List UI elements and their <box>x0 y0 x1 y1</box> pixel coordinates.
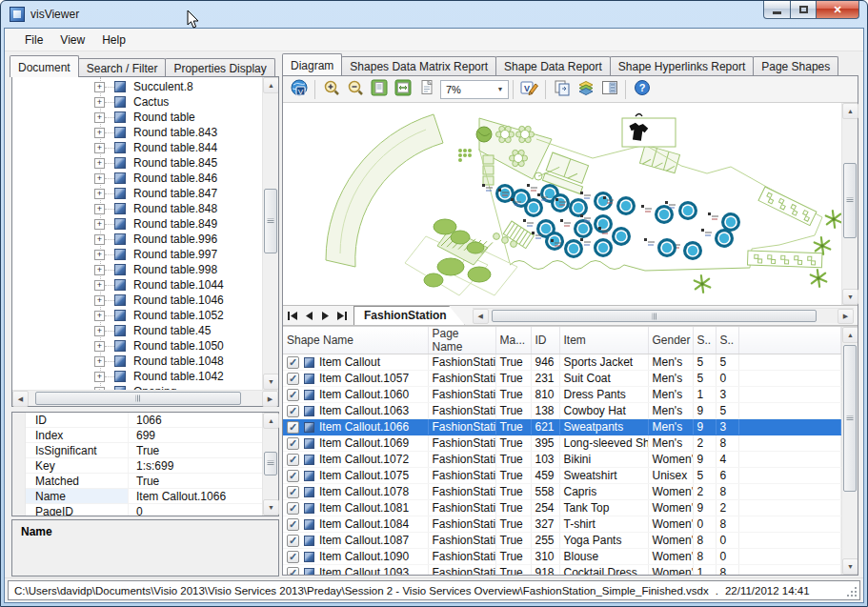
property-row[interactable]: IsSignificant True <box>26 443 262 458</box>
shape-info-panel-button[interactable] <box>597 78 621 100</box>
expand-icon[interactable]: + <box>94 82 105 92</box>
scroll-down-icon[interactable]: ▼ <box>842 558 858 575</box>
checkbox-checked-icon[interactable]: ✓ <box>287 567 299 576</box>
grid-row[interactable]: ✓ Item Callout.1084 FashionStationTrue 3… <box>283 516 841 533</box>
expand-icon[interactable]: + <box>94 311 105 321</box>
checkbox-checked-icon[interactable]: ✓ <box>287 421 299 434</box>
checkbox-checked-icon[interactable]: ✓ <box>287 454 299 466</box>
grid-row[interactable]: ✓ Item Callout.1060 FashionStationTrue 8… <box>283 387 841 403</box>
tree-item[interactable]: + Round table.1046 <box>12 293 262 308</box>
scroll-left-icon[interactable]: ◀ <box>12 391 29 407</box>
tree-item[interactable]: + Round table.843 <box>12 125 262 140</box>
tree-item[interactable]: + Cactus <box>12 94 262 110</box>
property-row[interactable]: ID 1066 <box>26 413 262 428</box>
checkbox-checked-icon[interactable]: ✓ <box>287 502 299 515</box>
tree-item[interactable]: + Round table.844 <box>12 140 262 155</box>
menu-file[interactable]: File <box>16 30 51 50</box>
tab-shape-hyperlinks-report[interactable]: Shape Hyperlinks Report <box>610 56 754 75</box>
zoom-in-button[interactable] <box>319 78 343 100</box>
grid-row[interactable]: ✓ Item Callout.1063 FashionStationTrue 1… <box>283 403 841 419</box>
expand-icon[interactable]: + <box>94 387 105 391</box>
visio-globe-button[interactable]: V <box>287 78 311 100</box>
scroll-left-icon[interactable]: ◀ <box>473 309 489 324</box>
checkbox-checked-icon[interactable]: ✓ <box>287 356 299 369</box>
expand-icon[interactable]: + <box>94 204 105 214</box>
checkbox-checked-icon[interactable]: ✓ <box>287 437 299 450</box>
tree-item[interactable]: + Round table.998 <box>12 262 262 277</box>
tree-item[interactable]: + Opening <box>12 384 262 390</box>
grid-row[interactable]: ✓ Item Callout.1075 FashionStationTrue 4… <box>283 468 841 484</box>
expand-icon[interactable]: + <box>94 341 105 352</box>
help-button[interactable]: ? <box>630 78 654 100</box>
expand-icon[interactable]: + <box>94 280 105 291</box>
scroll-down-icon[interactable]: ▼ <box>263 374 278 390</box>
grid-row[interactable]: ✓ Item Callout.1093 FashionStationTrue 9… <box>283 565 841 576</box>
property-row[interactable]: Name Item Callout.1066 <box>26 489 262 504</box>
expand-icon[interactable]: + <box>94 173 105 184</box>
scroll-up-icon[interactable]: ▲ <box>842 327 858 343</box>
expand-icon[interactable]: + <box>94 128 105 138</box>
grid-column-header[interactable]: S.. <box>716 327 738 354</box>
layers-button[interactable] <box>574 78 597 100</box>
grid-row[interactable]: ✓ Item Callout.1057 FashionStationTrue 2… <box>283 371 841 387</box>
tree-item[interactable]: + Round table.848 <box>12 201 262 216</box>
expand-icon[interactable]: + <box>94 326 105 336</box>
property-row[interactable]: Matched True <box>26 474 262 489</box>
checkbox-checked-icon[interactable]: ✓ <box>287 486 299 498</box>
previous-page-button[interactable] <box>301 308 317 324</box>
grid-column-header[interactable]: Page Name <box>428 327 495 354</box>
grid-column-header[interactable]: Shape Name <box>283 327 428 354</box>
checkbox-checked-icon[interactable]: ✓ <box>287 535 299 547</box>
grid-column-header[interactable]: ID <box>531 327 559 354</box>
expand-icon[interactable]: + <box>94 143 105 153</box>
expand-icon[interactable]: + <box>94 112 105 123</box>
expand-icon[interactable]: + <box>94 250 105 260</box>
scroll-down-icon[interactable]: ▼ <box>263 499 279 516</box>
grid-row[interactable]: ✓ Item Callout.1087 FashionStationTrue 2… <box>283 533 841 549</box>
tree-item[interactable]: + Round table.1052 <box>12 308 262 323</box>
copy-shape-button[interactable] <box>550 78 574 100</box>
grid-row[interactable]: ✓ Item Callout.1078 FashionStationTrue 5… <box>283 484 841 500</box>
zoom-page-width-button[interactable] <box>391 78 414 100</box>
grid-row[interactable]: ✓ Item Callout.1072 FashionStationTrue 1… <box>283 452 841 468</box>
expand-icon[interactable]: + <box>94 265 105 275</box>
scroll-up-icon[interactable]: ▲ <box>842 103 858 119</box>
zoom-level-combo[interactable]: 7% ▼ <box>440 80 509 99</box>
checkbox-checked-icon[interactable]: ✓ <box>287 518 299 531</box>
menu-help[interactable]: Help <box>93 30 134 50</box>
tab-page-shapes[interactable]: Page Shapes <box>753 56 838 75</box>
page-tab-fashionstation[interactable]: FashionStation <box>353 306 465 325</box>
grid-vertical-scrollbar[interactable]: ▲ ▼ <box>841 327 858 575</box>
scroll-up-icon[interactable]: ▲ <box>263 413 279 429</box>
title-bar[interactable]: visViewer <box>1 1 867 28</box>
grid-column-header[interactable]: Item <box>559 327 648 354</box>
expand-icon[interactable]: + <box>94 97 105 108</box>
expand-icon[interactable]: + <box>94 356 105 367</box>
tree-item[interactable]: + Round table.1042 <box>12 369 262 384</box>
grid-row[interactable]: ✓ Item Callout FashionStationTrue 946Spo… <box>283 354 841 371</box>
checkbox-checked-icon[interactable]: ✓ <box>287 470 299 482</box>
tree-item[interactable]: + Round table.1048 <box>12 354 262 369</box>
minimize-button[interactable] <box>763 1 791 19</box>
grid-column-header[interactable]: Ma... <box>495 327 531 354</box>
tab-properties-display[interactable]: Properties Display <box>165 58 274 77</box>
page-horizontal-scrollbar[interactable]: ◀ ▶ <box>473 308 854 323</box>
tree-item[interactable]: + Round table.997 <box>12 247 262 262</box>
zoom-whole-page-button[interactable] <box>367 78 391 100</box>
tree-horizontal-scrollbar[interactable]: ◀ ▶ <box>12 390 278 406</box>
grid-header-row[interactable]: Shape NamePage NameMa...IDItemGenderS..S… <box>283 327 841 354</box>
expand-icon[interactable]: + <box>94 295 105 306</box>
first-page-button[interactable] <box>285 308 301 324</box>
properties-vertical-scrollbar[interactable]: ▲ ▼ <box>262 413 278 516</box>
tree-item[interactable]: + Round table.1044 <box>12 277 262 293</box>
scroll-down-icon[interactable]: ▼ <box>842 289 858 305</box>
tree-item[interactable]: + Round table.996 <box>12 232 262 247</box>
tree-item[interactable]: + Round table.847 <box>12 186 262 201</box>
checkbox-checked-icon[interactable]: ✓ <box>287 551 299 563</box>
expand-icon[interactable]: + <box>94 372 105 382</box>
tab-diagram[interactable]: Diagram <box>282 53 342 75</box>
grid-row[interactable]: ✓ Item Callout.1066 FashionStationTrue 6… <box>283 419 841 435</box>
properties-rows[interactable]: ID 1066 Index 699 IsSignificant True Key… <box>26 413 262 516</box>
tree-item[interactable]: + Round table.845 <box>12 155 262 171</box>
tab-search-filter[interactable]: Search / Filter <box>78 58 167 77</box>
